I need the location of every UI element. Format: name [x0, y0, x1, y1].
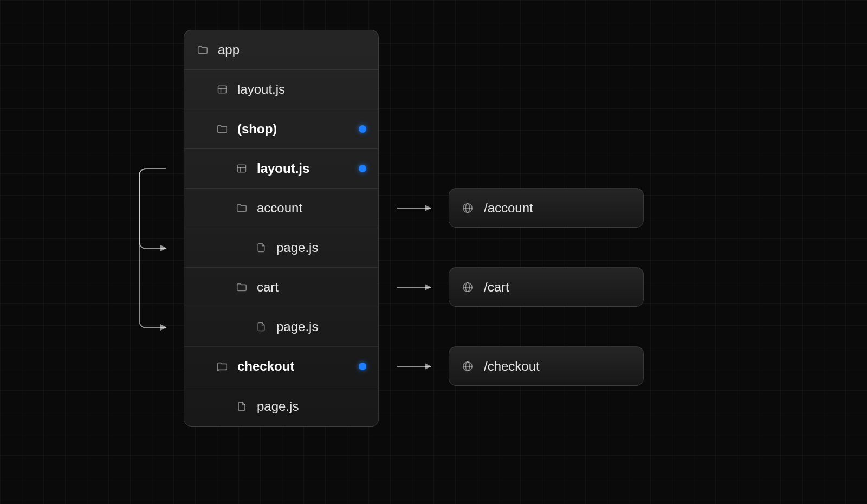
tree-row-page-3: page.js [184, 386, 378, 426]
tree-row-cart: cart [184, 268, 378, 307]
bracket-arrowhead-2 [160, 324, 167, 331]
file-icon [255, 241, 268, 254]
tree-row-page-1: page.js [184, 228, 378, 268]
arrow-to-account [397, 208, 431, 209]
tree-row-app: app [184, 30, 378, 70]
tree-label: checkout [237, 359, 294, 374]
layout-icon [216, 83, 229, 96]
file-tree-panel: app layout.js (shop) layout.js [184, 30, 379, 427]
globe-icon [461, 202, 474, 215]
globe-icon [461, 360, 474, 373]
tree-row-account: account [184, 189, 378, 228]
folder-icon [216, 360, 229, 373]
route-label: /checkout [484, 359, 540, 374]
tree-row-page-2: page.js [184, 307, 378, 347]
highlight-dot [359, 125, 366, 133]
bracket-connector-bottom [139, 168, 166, 328]
tree-label: page.js [276, 240, 318, 255]
highlight-dot [359, 363, 366, 370]
file-icon [255, 320, 268, 333]
route-account: /account [449, 188, 644, 228]
highlight-dot [359, 165, 366, 172]
tree-label: page.js [257, 399, 299, 414]
folder-icon [216, 122, 229, 135]
folder-icon [235, 202, 248, 215]
tree-row-layout-2: layout.js [184, 149, 378, 189]
folder-icon [235, 281, 248, 294]
route-cart: /cart [449, 267, 644, 307]
globe-icon [461, 281, 474, 294]
tree-row-shop: (shop) [184, 109, 378, 149]
tree-label: app [218, 42, 240, 57]
route-label: /account [484, 201, 533, 216]
tree-label: account [257, 201, 302, 216]
arrow-to-cart [397, 287, 431, 288]
svg-rect-3 [238, 165, 246, 172]
tree-row-checkout: checkout [184, 347, 378, 386]
svg-rect-0 [218, 86, 227, 93]
diagram-canvas: app layout.js (shop) layout.js [0, 0, 867, 504]
tree-label: cart [257, 280, 279, 295]
tree-label: layout.js [237, 82, 285, 97]
file-icon [235, 400, 248, 413]
arrow-to-checkout [397, 366, 431, 367]
folder-icon [196, 43, 209, 56]
route-checkout: /checkout [449, 346, 644, 386]
tree-label: page.js [276, 319, 318, 334]
tree-row-layout: layout.js [184, 70, 378, 109]
tree-label: layout.js [257, 161, 309, 176]
tree-label: (shop) [237, 121, 277, 137]
layout-icon [235, 162, 248, 175]
route-label: /cart [484, 280, 509, 295]
